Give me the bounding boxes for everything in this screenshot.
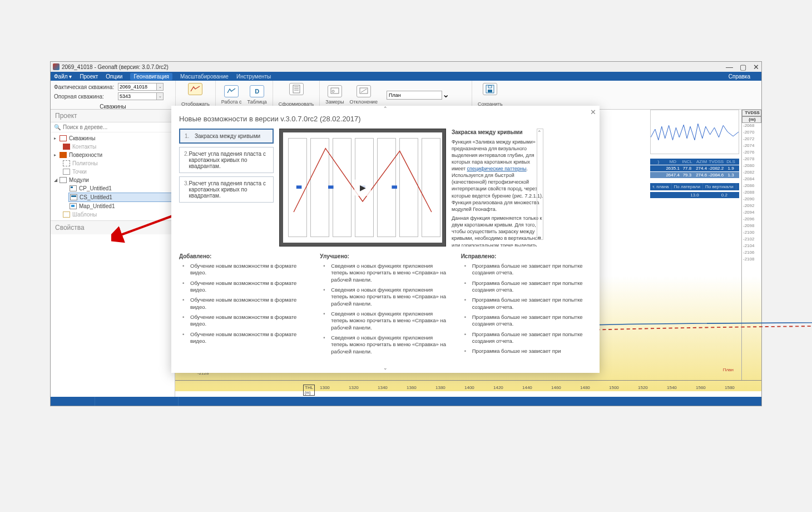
ribbon-save-group: Сохранить bbox=[472, 81, 508, 109]
actual-well-input[interactable] bbox=[118, 83, 157, 91]
tree-points[interactable]: Точки bbox=[62, 168, 172, 176]
display-icon[interactable] bbox=[188, 83, 202, 95]
menu-scaling[interactable]: Масштабирование bbox=[180, 73, 229, 80]
svg-point-5 bbox=[332, 90, 334, 92]
ribbon-well-selectors: Фактическая скважина: ⌄ Опорная скважина… bbox=[51, 81, 175, 109]
desc-link[interactable]: специфические паттерны bbox=[467, 166, 527, 171]
tree-surfaces[interactable]: ▸Поверхности bbox=[53, 151, 172, 159]
deviation-label: Отклонение bbox=[349, 99, 378, 105]
ribbon-display-group: Отображать bbox=[175, 81, 215, 109]
play-icon[interactable]: ▶ bbox=[354, 179, 371, 196]
workwith-label: Работа с bbox=[221, 99, 242, 105]
svg-rect-0 bbox=[293, 85, 300, 93]
reference-well-label: Опорная скважина: bbox=[54, 93, 118, 100]
list-item: Программа больше не зависает при попытке… bbox=[468, 263, 592, 277]
svg-rect-14 bbox=[392, 185, 397, 189]
svg-rect-11 bbox=[296, 185, 302, 189]
app-logo-icon bbox=[53, 63, 60, 70]
close-button[interactable]: ✕ bbox=[753, 63, 759, 71]
measurements-icon[interactable] bbox=[328, 85, 342, 97]
surfaces-icon bbox=[60, 152, 67, 158]
list-item: Обучение новым возможностям в формате ви… bbox=[186, 297, 310, 311]
x-axis: THL(m) 1300 1320 1340 1360 1380 1400 142… bbox=[175, 380, 761, 397]
svg-rect-8 bbox=[488, 90, 492, 92]
menu-options[interactable]: Опции bbox=[106, 73, 122, 80]
reference-well-input[interactable] bbox=[118, 92, 157, 100]
menu-file[interactable]: Файл ▾ bbox=[54, 73, 72, 80]
map-icon bbox=[70, 203, 77, 209]
wells-group-label: Скважины bbox=[54, 104, 172, 110]
sidebar-project-header: Проект bbox=[51, 110, 175, 122]
list-item: Сведения о новых функциях приложения теп… bbox=[326, 311, 450, 331]
table-label: Таблица bbox=[247, 99, 267, 105]
list-item: Программа больше не зависает при попытке… bbox=[468, 280, 592, 294]
project-tree: ▸Скважины Контакты ▸Поверхности Полигоны… bbox=[51, 132, 175, 220]
title-bar: 2069_41018 - Geonaft (версия: 3.0.7.0rc2… bbox=[51, 62, 761, 72]
save-icon[interactable] bbox=[483, 83, 497, 95]
deviation-icon[interactable] bbox=[357, 85, 371, 97]
measurements-label: Замеры bbox=[325, 99, 344, 105]
list-item: Программа больше не зависает при попытке… bbox=[468, 297, 592, 311]
workwith-icon[interactable] bbox=[224, 85, 239, 97]
polygons-icon bbox=[63, 160, 70, 166]
desc-scrollbar[interactable]: ⌃⌄ bbox=[537, 129, 543, 240]
maximize-button[interactable]: ▢ bbox=[740, 63, 746, 71]
menu-project[interactable]: Проект bbox=[80, 73, 98, 80]
menu-tools[interactable]: Инструменты bbox=[236, 73, 271, 80]
minimize-button[interactable]: — bbox=[726, 63, 733, 71]
status-bar bbox=[51, 397, 761, 406]
tree-wells[interactable]: ▸Скважины bbox=[53, 134, 172, 142]
survey-table: )MDINCLAZIMTVDSSDLS 2635.177.8274.4-2082… bbox=[650, 159, 739, 179]
plan-dropdown-icon[interactable]: ⌄ bbox=[442, 91, 449, 100]
tree-templates[interactable]: Шаблоны bbox=[62, 210, 172, 219]
offset-values: 13.00.2 bbox=[650, 192, 739, 198]
list-item: Программа больше не зависает при bbox=[468, 348, 592, 355]
added-column: Добавлено: Обучение новым возможностям в… bbox=[179, 253, 310, 350]
list-item: Обучение новым возможностям в формате ви… bbox=[186, 331, 310, 345]
sidebar: Проект 🔍 Поиск в дереве... ▸Скважины Кон… bbox=[51, 110, 175, 397]
dialog-nav-item-2[interactable]: 2.Расчет угла падения пласта с каротажны… bbox=[179, 147, 274, 173]
svg-rect-12 bbox=[328, 185, 334, 189]
tree-search[interactable]: 🔍 Поиск в дереве... bbox=[51, 122, 175, 132]
list-item: Сведения о новых функциях приложения теп… bbox=[326, 334, 450, 355]
ribbon-generate-group: Сформировать bbox=[273, 81, 319, 109]
list-item: Сведения о новых функциях приложения теп… bbox=[326, 287, 450, 307]
plan-select[interactable] bbox=[387, 91, 442, 100]
tree-cs-module[interactable]: CS_Untitled1 bbox=[68, 193, 172, 202]
menu-geonavigation[interactable]: Геонавигация bbox=[130, 73, 172, 80]
tree-map-module[interactable]: Map_Untitled1 bbox=[68, 202, 172, 210]
modules-icon bbox=[60, 177, 67, 183]
contacts-icon bbox=[63, 144, 70, 150]
dialog-nav: 1.Закраска между кривыми 2.Расчет угла п… bbox=[179, 129, 274, 247]
sidebar-properties-header: Свойства bbox=[51, 220, 175, 234]
list-item: Обучение новым возможностям в формате ви… bbox=[186, 280, 310, 294]
search-placeholder: Поиск в дереве... bbox=[63, 124, 107, 130]
list-item: Программа больше не зависает при попытке… bbox=[468, 314, 592, 328]
cp-icon bbox=[70, 185, 77, 191]
generate-icon[interactable] bbox=[289, 83, 304, 95]
log-mini-chart bbox=[650, 110, 739, 154]
tree-cp-module[interactable]: CP_Untitled1 bbox=[68, 184, 172, 193]
svg-rect-9 bbox=[488, 86, 492, 88]
ribbon-workwith-group: Работа с D Таблица bbox=[215, 81, 273, 109]
tree-modules[interactable]: ◢Модули bbox=[53, 176, 172, 184]
dialog-nav-item-1[interactable]: 1.Закраска между кривыми bbox=[179, 129, 274, 144]
reference-well-dropdown-icon[interactable]: ⌄ bbox=[157, 92, 164, 100]
menu-help[interactable]: Справка bbox=[729, 73, 750, 80]
fixed-column: Исправлено: Программа больше не зависает… bbox=[461, 253, 592, 350]
ribbon-measurements-group: Замеры Отклонение ⌄ bbox=[319, 81, 455, 109]
improved-column: Улучшено: Сведения о новых функциях прил… bbox=[320, 253, 450, 350]
table-icon[interactable]: D bbox=[250, 85, 264, 97]
thl-label: THL(m) bbox=[303, 385, 315, 396]
offset-tabs[interactable]: т. планаПо латералиПо вертикали bbox=[650, 183, 739, 190]
list-item: Обучение новым возможностям в формате ви… bbox=[186, 263, 310, 277]
dialog-description: ⌃⌄ Закраска между кривыми Функция «Залив… bbox=[452, 129, 543, 247]
plan-trace-label: План bbox=[723, 367, 734, 372]
dialog-video[interactable]: ▶ bbox=[279, 129, 446, 247]
tree-polygons[interactable]: Полигоны bbox=[62, 159, 172, 168]
points-icon bbox=[63, 169, 70, 175]
search-icon: 🔍 bbox=[54, 124, 61, 130]
actual-well-dropdown-icon[interactable]: ⌄ bbox=[157, 83, 164, 91]
tree-contacts[interactable]: Контакты bbox=[62, 142, 172, 151]
dialog-nav-item-3[interactable]: 3.Расчет угла падения пласта с каротажны… bbox=[179, 176, 274, 203]
